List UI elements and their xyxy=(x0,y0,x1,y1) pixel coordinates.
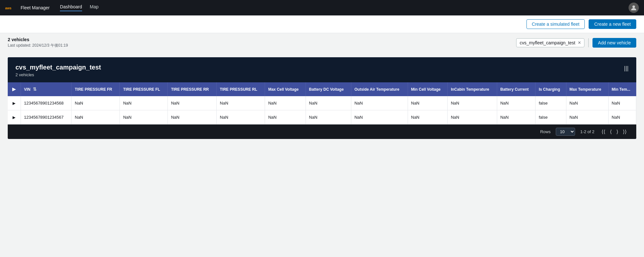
cell-tire_pressure_fr: NaN xyxy=(71,110,120,124)
svg-text:aws: aws xyxy=(5,6,12,10)
user-avatar[interactable] xyxy=(629,3,639,13)
nav-links: Dashboard Map xyxy=(60,4,623,11)
info-bar-right: cvs_myfleet_campaign_test × Add new vehi… xyxy=(516,38,636,48)
table-body: ▶12345678901234568NaNNaNNaNNaNNaNNaNNaNN… xyxy=(8,96,636,124)
th-max-temperature: Max Temperature xyxy=(566,82,608,96)
vin-sort-icon[interactable]: ⇅ xyxy=(33,87,37,92)
app-name: Fleet Manager xyxy=(21,5,50,10)
nav-dashboard[interactable]: Dashboard xyxy=(60,4,82,11)
cell-battery_dc_voltage: NaN xyxy=(306,96,351,110)
th-tire-fr: TIRE PRESSURE FR xyxy=(71,82,120,96)
fleet-panel: cvs_myfleet_campaign_test 2 vehicles |||… xyxy=(8,57,636,139)
last-page-button[interactable]: ⟩⟩ xyxy=(621,128,629,135)
columns-icon[interactable]: ||| xyxy=(624,65,629,72)
pagination-buttons: ⟨⟨ ⟨ ⟩ ⟩⟩ xyxy=(600,128,629,135)
cell-incabin_temp: NaN xyxy=(448,110,497,124)
cell-min_temp: NaN xyxy=(608,110,636,124)
cell-tire_pressure_rr: NaN xyxy=(168,96,217,110)
cell-tire_pressure_rl: NaN xyxy=(216,96,265,110)
th-tire-fl: TIRE PRESSURE FL xyxy=(120,82,168,96)
fleet-title: cvs_myfleet_campaign_test xyxy=(15,64,101,71)
cell-outside_air_temp: NaN xyxy=(351,110,408,124)
user-icon xyxy=(630,5,637,11)
th-vin: VIN ⇅ xyxy=(21,82,71,96)
cell-is_charging: false xyxy=(535,96,566,110)
row-arrow-icon[interactable]: ▶ xyxy=(13,115,15,120)
prev-page-button[interactable]: ⟨ xyxy=(608,128,614,135)
vehicle-table: ▶ VIN ⇅ TIRE PRESSURE FR TIRE PRESSURE F… xyxy=(8,82,636,124)
table-footer: Rows 10 25 50 100 1-2 of 2 ⟨⟨ ⟨ ⟩ ⟩⟩ xyxy=(8,124,636,139)
data-table-wrapper: ▶ VIN ⇅ TIRE PRESSURE FR TIRE PRESSURE F… xyxy=(8,82,636,124)
info-bar: 2 vehicles Last updated: 2024/12/3 午後01:… xyxy=(0,33,644,52)
aws-logo: aws xyxy=(5,3,15,13)
cell-min_cell_voltage: NaN xyxy=(408,110,448,124)
table-row: ▶12345678901234568NaNNaNNaNNaNNaNNaNNaNN… xyxy=(8,96,636,110)
create-simulated-fleet-button[interactable]: Create a simulated fleet xyxy=(526,19,585,29)
th-is-charging: Is Charging xyxy=(535,82,566,96)
vehicle-count: 2 vehicles xyxy=(8,37,68,42)
cell-min_temp: NaN xyxy=(608,96,636,110)
cell-battery_dc_voltage: NaN xyxy=(306,110,351,124)
cell-vin: 12345678901234567 xyxy=(21,110,71,124)
cell-tire_pressure_fl: NaN xyxy=(120,96,168,110)
main-content: cvs_myfleet_campaign_test 2 vehicles |||… xyxy=(0,52,644,144)
row-expand-0[interactable]: ▶ xyxy=(8,96,21,110)
cell-is_charging: false xyxy=(535,110,566,124)
row-arrow-icon[interactable]: ▶ xyxy=(13,101,15,106)
fleet-tag: cvs_myfleet_campaign_test × xyxy=(516,38,584,47)
vehicle-info: 2 vehicles Last updated: 2024/12/3 午後01:… xyxy=(8,37,68,48)
cell-outside_air_temp: NaN xyxy=(351,96,408,110)
th-tire-rr: TIRE PRESSURE RR xyxy=(168,82,217,96)
divider xyxy=(588,38,589,47)
table-row: ▶12345678901234567NaNNaNNaNNaNNaNNaNNaNN… xyxy=(8,110,636,124)
create-new-fleet-button[interactable]: Create a new fleet xyxy=(589,19,636,29)
cell-tire_pressure_fr: NaN xyxy=(71,96,120,110)
rows-per-page-select[interactable]: 10 25 50 100 xyxy=(556,128,575,136)
cell-max_cell_voltage: NaN xyxy=(265,110,306,124)
cell-incabin_temp: NaN xyxy=(448,96,497,110)
cell-tire_pressure_rr: NaN xyxy=(168,110,217,124)
th-outside-air-temp: Outside Air Temperature xyxy=(351,82,408,96)
action-bar: Create a simulated fleet Create a new fl… xyxy=(0,15,644,33)
th-min-cell-voltage: Min Cell Voltage xyxy=(408,82,448,96)
fleet-header: cvs_myfleet_campaign_test 2 vehicles ||| xyxy=(8,57,636,82)
fleet-title-section: cvs_myfleet_campaign_test 2 vehicles xyxy=(15,64,101,77)
th-min-temp: Min Tem... xyxy=(608,82,636,96)
next-page-button[interactable]: ⟩ xyxy=(614,128,620,135)
fleet-subtitle: 2 vehicles xyxy=(15,72,101,77)
first-page-button[interactable]: ⟨⟨ xyxy=(600,128,607,135)
expand-all-icon[interactable]: ▶ xyxy=(12,87,16,92)
cell-min_cell_voltage: NaN xyxy=(408,96,448,110)
cell-battery_current: NaN xyxy=(497,96,535,110)
svg-point-1 xyxy=(632,5,635,8)
table-header-row: ▶ VIN ⇅ TIRE PRESSURE FR TIRE PRESSURE F… xyxy=(8,82,636,96)
cell-tire_pressure_rl: NaN xyxy=(216,110,265,124)
cell-max_temperature: NaN xyxy=(566,96,608,110)
cell-max_cell_voltage: NaN xyxy=(265,96,306,110)
pagination-info: 1-2 of 2 xyxy=(580,129,594,134)
th-tire-rl: TIRE PRESSURE RL xyxy=(216,82,265,96)
cell-vin: 12345678901234568 xyxy=(21,96,71,110)
cell-battery_current: NaN xyxy=(497,110,535,124)
th-battery-current: Battery Current xyxy=(497,82,535,96)
add-new-vehicle-button[interactable]: Add new vehicle xyxy=(592,38,636,48)
cell-tire_pressure_fl: NaN xyxy=(120,110,168,124)
fleet-tag-close[interactable]: × xyxy=(578,40,581,45)
th-battery-dc-voltage: Battery DC Voltage xyxy=(306,82,351,96)
th-max-cell-voltage: Max Cell Voltage xyxy=(265,82,306,96)
last-updated: Last updated: 2024/12/3 午後01:19 xyxy=(8,43,68,48)
nav-map[interactable]: Map xyxy=(90,4,99,11)
rows-label: Rows xyxy=(540,129,551,134)
cell-max_temperature: NaN xyxy=(566,110,608,124)
th-expand: ▶ xyxy=(8,82,21,96)
fleet-tag-name: cvs_myfleet_campaign_test xyxy=(520,40,575,45)
top-nav: aws Fleet Manager Dashboard Map xyxy=(0,0,644,15)
th-incabin-temp: InCabin Temperature xyxy=(448,82,497,96)
row-expand-1[interactable]: ▶ xyxy=(8,110,21,124)
